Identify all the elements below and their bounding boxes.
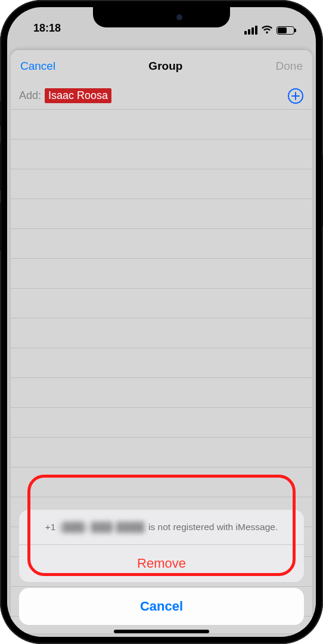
remove-button[interactable]: Remove	[19, 545, 304, 582]
sheet-cancel-button[interactable]: Cancel	[19, 588, 304, 625]
side-button	[0, 203, 2, 250]
add-contact-button[interactable]	[287, 88, 304, 104]
action-sheet-group: +1 (███) ███-████ is not registered with…	[19, 510, 304, 582]
status-time: 18:18	[25, 22, 61, 35]
cancel-button[interactable]: Cancel	[20, 60, 55, 73]
side-button	[0, 101, 2, 126]
nav-title: Group	[148, 60, 182, 73]
contact-chip[interactable]: Isaac Roosa	[45, 88, 111, 103]
battery-icon	[277, 26, 294, 35]
add-contact-row[interactable]: Add: Isaac Roosa	[11, 82, 312, 110]
home-indicator[interactable]	[114, 630, 209, 633]
wifi-icon	[261, 26, 273, 35]
phone-redacted: (███) ███-████	[59, 522, 145, 532]
phone-prefix: +1	[45, 522, 56, 532]
cellular-icon	[244, 26, 257, 35]
action-sheet-message: +1 (███) ███-████ is not registered with…	[19, 510, 304, 545]
side-button	[0, 143, 2, 191]
message-suffix: is not registered with iMessage.	[148, 522, 278, 532]
status-icons	[244, 26, 298, 35]
modal-card: Cancel Group Done Add: Isaac Roosa +1 (█…	[11, 50, 312, 633]
phone-frame: 18:18 Cancel Group Done Add: Isaac Roosa	[0, 0, 323, 644]
nav-bar: Cancel Group Done	[11, 50, 312, 82]
screen: 18:18 Cancel Group Done Add: Isaac Roosa	[7, 7, 316, 637]
front-camera-icon	[176, 14, 182, 20]
add-label: Add:	[19, 89, 41, 102]
notch	[93, 7, 230, 27]
done-button[interactable]: Done	[276, 60, 303, 73]
action-sheet: +1 (███) ███-████ is not registered with…	[19, 510, 304, 625]
